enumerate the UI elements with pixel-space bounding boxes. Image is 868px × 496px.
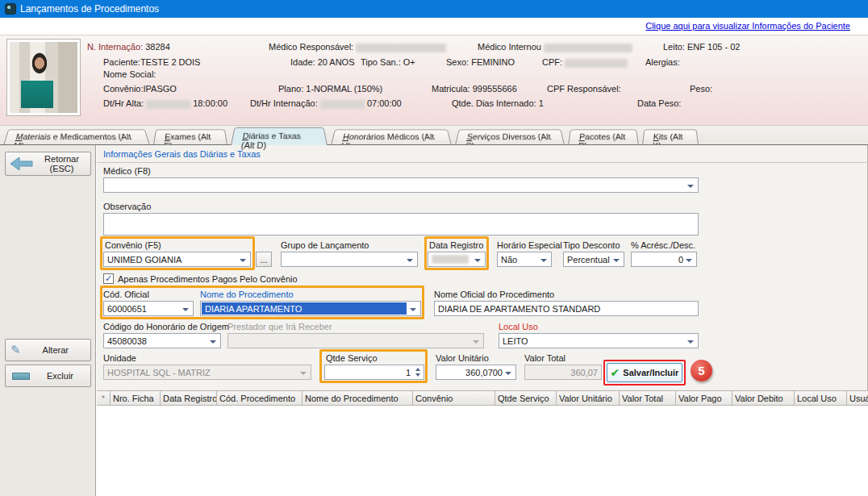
cod-honorario-combo[interactable]: 45080038 <box>103 333 221 348</box>
data-registro-combo[interactable] <box>428 252 486 267</box>
col-cod-procedimento[interactable]: Cód. Procedimento <box>217 391 303 405</box>
salvar-incluir-button[interactable]: ✔ Salvar/Incluir <box>607 363 682 382</box>
convenio-combo[interactable]: UNIMED GOIANIA <box>103 252 251 267</box>
dthr-internacao-redacted <box>320 100 365 109</box>
alterar-button[interactable]: ✎ Alterar <box>5 339 91 361</box>
col-valor-total[interactable]: Valor Total <box>620 391 676 405</box>
nome-oficial-input[interactable]: DIARIA DE APARTAMENTO STANDARD <box>434 301 699 316</box>
spinner-arrows-icon[interactable] <box>415 368 420 377</box>
dthr-internacao-hora: 07:00:00 <box>367 98 402 108</box>
dthr-alta-hora: 18:00:00 <box>193 98 227 108</box>
chevron-down-icon <box>613 259 620 262</box>
chevron-down-icon <box>474 259 481 262</box>
qtde-dias-label: Qtde. Dias Internado: <box>452 98 536 108</box>
dthr-alta-label: Dt/Hr Alta: <box>103 98 144 108</box>
step-5-badge: 5 <box>691 360 712 381</box>
dthr-alta-redacted <box>146 100 190 109</box>
col-nro-ficha[interactable]: Nro. Ficha <box>111 391 161 405</box>
col-valor-debito[interactable]: Valor Debito <box>732 391 795 405</box>
chevron-down-icon <box>505 372 511 375</box>
qtde-dias-value: 1 <box>539 98 544 108</box>
tab-diarias-taxas[interactable]: Diárias e Taxas (Alt D) <box>231 127 328 145</box>
tab-servicos-diversos[interactable]: Serviços Diversos (Alt S) <box>455 129 565 145</box>
local-uso-combo[interactable]: LEITO <box>499 333 699 348</box>
col-convenio[interactable]: Convênio <box>413 391 495 405</box>
alergias-field: Alergias: <box>645 57 680 67</box>
chevron-down-icon <box>182 308 189 311</box>
medico-internou-label: Médico Internou <box>478 42 541 52</box>
tab-strip: Materiais e Medicamentos (Alt M) Exames … <box>0 126 868 145</box>
col-nome-procedimento[interactable]: Nome do Procedimento <box>303 391 413 405</box>
col-valor-unitario[interactable]: Valor Unitário <box>557 391 620 405</box>
acresc-desc-combo[interactable]: 0 <box>631 252 697 267</box>
cpf-field: CPF: <box>542 57 628 68</box>
observacao-label: Observação <box>103 202 151 211</box>
apenas-pagos-checkbox[interactable]: ✓ <box>103 273 114 284</box>
medico-internou-redacted <box>544 44 632 52</box>
tipo-desconto-value: Percentual <box>567 255 610 265</box>
medico-responsavel-field: Médico Responsável: <box>269 42 446 52</box>
chevron-down-icon <box>687 340 694 344</box>
cod-oficial-combo[interactable]: 60000651 <box>103 301 194 316</box>
tab-pacotes[interactable]: Pacotes (Alt P) <box>568 129 639 145</box>
grid-corner-icon[interactable]: * <box>97 391 111 405</box>
nome-oficial-value: DIARIA DE APARTAMENTO STANDARD <box>438 304 600 314</box>
valor-unitario-combo[interactable]: 360,0700 <box>436 365 516 380</box>
sexo-value: FEMININO <box>471 57 515 67</box>
paciente-value: TESTE 2 DOIS <box>140 57 201 67</box>
dthr-internacao-label: Dt/Hr Internação: <box>250 98 318 108</box>
qtde-servico-label: Qtde Serviço <box>326 353 378 363</box>
col-qtde-servico[interactable]: Qtde Serviço <box>495 391 557 405</box>
chevron-down-icon <box>686 259 692 262</box>
tab-divider <box>0 144 868 145</box>
cod-oficial-label: Cód. Oficial <box>103 290 149 299</box>
nome-procedimento-combo[interactable]: DIARIA APARTAMENTO <box>200 301 421 316</box>
valor-unitario-label: Valor Unitário <box>436 353 489 363</box>
excluir-button[interactable]: Excluir <box>5 365 91 387</box>
tab-materiais-medicamentos[interactable]: Materiais e Medicamentos (Alt M) <box>3 129 150 145</box>
acresc-desc-value: 0 <box>678 255 683 265</box>
tab-kits[interactable]: Kits (Alt K) <box>642 129 699 145</box>
convenio-browse-button[interactable]: ... <box>256 252 272 267</box>
unidade-combo: HOSPITAL SQL - MATRIZ <box>103 365 311 380</box>
grid-body-empty[interactable] <box>97 406 868 496</box>
pencil-icon: ✎ <box>10 343 21 357</box>
apenas-pagos-label: Apenas Procedimentos Pagos Pelo Convênio <box>118 274 298 284</box>
matricula-value: 999555666 <box>473 84 517 94</box>
link-bar: Clique aqui para visualizar Informações … <box>0 18 868 35</box>
paciente-label: Paciente: <box>103 57 140 67</box>
data-peso-field: Data Peso: <box>637 98 681 108</box>
leito-value: ENF 105 - 02 <box>687 42 740 52</box>
tab-exames[interactable]: Exames (Alt E) <box>153 129 227 145</box>
col-data-registro[interactable]: Data Registro <box>161 391 217 405</box>
col-valor-pago[interactable]: Valor Pago <box>676 391 732 405</box>
chevron-down-icon <box>210 340 216 344</box>
grid-header: * Nro. Ficha Data Registro Cód. Procedim… <box>97 390 868 406</box>
horario-especial-value: Não <box>501 255 517 265</box>
medico-combo[interactable] <box>103 177 699 193</box>
retornar-button[interactable]: Retornar (ESC) <box>5 152 91 176</box>
cpf-redacted <box>565 59 628 68</box>
col-usuario[interactable]: Usuário <box>847 391 868 405</box>
chevron-down-icon <box>300 372 307 375</box>
tipo-desconto-combo[interactable]: Percentual <box>563 252 624 267</box>
tipo-san-field: Tipo San.: O+ <box>361 57 415 67</box>
matricula-label: Matricula: <box>432 84 470 94</box>
diarias-taxas-panel: Informações Gerais das Diárias e Taxas M… <box>97 145 868 496</box>
tab-honorarios-medicos[interactable]: Honorários Médicos (Alt H) <box>331 129 452 145</box>
nome-oficial-label: Nome Oficial do Procedimento <box>434 290 554 299</box>
patient-info-link[interactable]: Clique aqui para visualizar Informações … <box>645 21 850 31</box>
medico-label: Médico (F8) <box>103 166 151 176</box>
data-registro-redacted <box>432 255 469 264</box>
chevron-down-icon <box>407 259 413 262</box>
group-title: Informações Gerais das Diárias e Taxas <box>103 149 261 159</box>
cpf-label: CPF: <box>542 57 562 67</box>
observacao-input[interactable] <box>103 213 699 235</box>
valor-total-label: Valor Total <box>524 353 565 363</box>
prestador-label: Prestador que Irá Receber <box>227 322 332 331</box>
col-local-uso[interactable]: Local Uso <box>795 391 847 405</box>
grupo-lancamento-combo[interactable] <box>281 252 418 267</box>
horario-especial-combo[interactable]: Não <box>497 252 552 267</box>
nome-procedimento-value: DIARIA APARTAMENTO <box>202 302 407 315</box>
qtde-servico-stepper[interactable]: 1 <box>324 365 424 380</box>
